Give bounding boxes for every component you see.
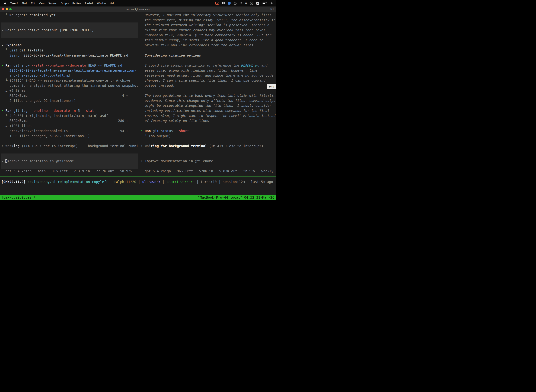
menu-item-profiles[interactable]: Profiles [72,2,81,5]
terminal-line: README.md | 280 + [0,118,139,123]
terminal-line: … +2 lines [0,88,139,93]
terminal-line [1,23,138,28]
text-segment: README.md [1,119,28,123]
text-segment: team:1 workers [166,180,195,184]
text-segment: | turns:10 | session:12m | last:5m ago [195,180,273,184]
menu-item-scripts[interactable]: Scripts [61,2,69,5]
blue-app-icon[interactable] [228,2,230,5]
text-segment: gpt-5.4 xhigh · 96% left · 520K in · 5.8… [141,169,276,173]
text-segment: output instead. [141,84,175,88]
text-segment: and [259,63,268,67]
terminal-line [1,164,138,169]
text-segment: provide file and line references from th… [141,43,255,47]
text-segment: --stat --oneline --decorate [29,63,86,67]
figure-eight-icon[interactable]: 8 [245,2,247,5]
menu-item-iterm2[interactable]: iTerm2 [10,2,18,5]
terminal-line: • Explored [0,43,139,48]
text-segment: Ralph loop active continue [OMX_TMUX_INJ… [5,28,94,32]
text-segment: ultrawork [142,180,160,184]
text-segment: 1903 files changed, 513517 insertions(+) [1,134,90,138]
close-button[interactable] [2,8,5,10]
menu-item-view[interactable]: View [39,2,44,5]
dots-grid-icon[interactable] [240,2,242,5]
battery-gauge-icon[interactable]: .61 [250,2,253,5]
dark-app-icon[interactable] [234,2,237,5]
terminal-line [0,58,139,63]
text-segment: 2 files changed, 92 insertions(+) [1,99,76,103]
terminal-line: • Ran git log --oneline --decorate -n 5 … [0,108,139,113]
text-segment: companion file, especially if more comme… [141,33,272,37]
terminal-line: the source tree, missing the essay. Stil… [139,18,276,23]
text-segment: Wai [145,144,151,148]
window-title-bar: omx --xhigh --madmax ⌥⌘1 [0,6,276,12]
right-pane[interactable]: However, I noticed the "Directory Struct… [139,12,276,176]
text-segment: might be acceptable alongside the file l… [141,104,272,107]
text-segment: | [136,180,142,184]
text-cursor: I [5,159,7,163]
text-segment: git log [11,109,28,112]
battery-icon[interactable] [263,2,267,5]
text-segment: ralph:11/20 [114,180,136,184]
zoom-button[interactable] [9,8,12,10]
command-input[interactable]: › Improve documentation in @filename [139,159,276,164]
text-segment: List [10,48,18,52]
text-segment: this single essay, it seems like a good … [141,38,263,42]
pane-divider-horizontal[interactable] [0,176,276,177]
text-segment: the "Related research writing" section i… [141,23,269,27]
left-pane[interactable]: └ No agents completed yet› Ralph loop ac… [0,12,139,176]
text-segment: companion analysis without altering the … [1,84,138,88]
session-stats: gpt-5.4 xhigh · main · 91% left · 2.31M … [0,169,139,174]
terminal-line [0,149,139,154]
text-segment: … +1901 lines [1,124,32,128]
terminal-line: the "Related research writing" section i… [139,23,276,28]
input-source-icon[interactable]: A [256,2,259,5]
text-segment: | [108,180,114,184]
terminal-line: • Ran git status --short [139,128,276,134]
text-segment: (1m 41s • esc to interrupt) [207,144,263,148]
terminal-line: • Ran git show --stat --oneline --decora… [0,63,139,68]
terminal-line: references need actual files, and since … [139,73,276,78]
text-segment: git show [11,63,29,67]
text-segment: • [1,109,5,112]
terminal-line [139,164,276,169]
pane-divider-vertical[interactable] [139,12,139,177]
text-segment: README.md [1,93,28,98]
terminal-line: src/voice/voiceModeEnabled.ts | 54 + [0,128,139,134]
screen-recording-indicator-icon[interactable] [215,2,219,5]
minimize-button[interactable] [6,8,8,10]
menu-item-shell[interactable]: Shell [21,2,27,5]
menu-item-edit[interactable]: Edit [31,2,35,5]
text-segment: gpt-5.4 xhigh · main · 91% left · 2.31M … [1,169,139,173]
text-segment: --stat [80,109,94,112]
apple-menu-icon[interactable] [4,2,6,5]
screen-notification-tag[interactable]: Scre [267,84,276,89]
terminal-line: provide file and line references from th… [139,43,276,48]
waiting-status: • Waiting for background terminal (1m 41… [139,144,276,149]
spacer [68,129,114,133]
text-segment: cczip/essay/ai-reimplementation-copyleft [28,180,108,184]
wifi-icon[interactable] [270,2,273,5]
bento-grid-icon[interactable] [222,2,225,5]
text-segment: evidence. Since this change only affects… [141,99,276,103]
text-segment: (11m 13s • esc to interrupt) · 1 backgro… [19,144,139,148]
text-segment: • [1,63,5,67]
terminal-line [1,154,138,159]
menu-item-help[interactable]: Help [110,2,115,5]
text-segment: Wor [5,144,11,148]
text-segment: [OMX#0.11.9] [1,180,28,184]
menu-item-window[interactable]: Window [97,2,106,5]
spacer [28,93,114,98]
terminal-line: README.md | 4 + [0,93,139,98]
text-segment: • [141,129,145,133]
terminal-line: including verification notes with those … [139,108,276,113]
text-segment: changes, I can't cite specific file line… [141,79,265,82]
menu-item-session[interactable]: Session [48,2,57,5]
text-segment: └ 4b9d30f (origin/main, instructkr/main,… [1,114,108,118]
text-segment: • [141,144,145,148]
terminal-line: └ No agents completed yet [0,13,139,18]
command-input[interactable]: › Improve documentation in @filename [1,159,138,164]
text-segment: including verification notes with those … [141,109,269,112]
text-segment: the source tree, missing the essay. Stil… [141,18,275,22]
terminal-line: 2 files changed, 92 insertions(+) [0,98,139,103]
menu-item-toolbelt[interactable]: Toolbelt [85,2,93,5]
